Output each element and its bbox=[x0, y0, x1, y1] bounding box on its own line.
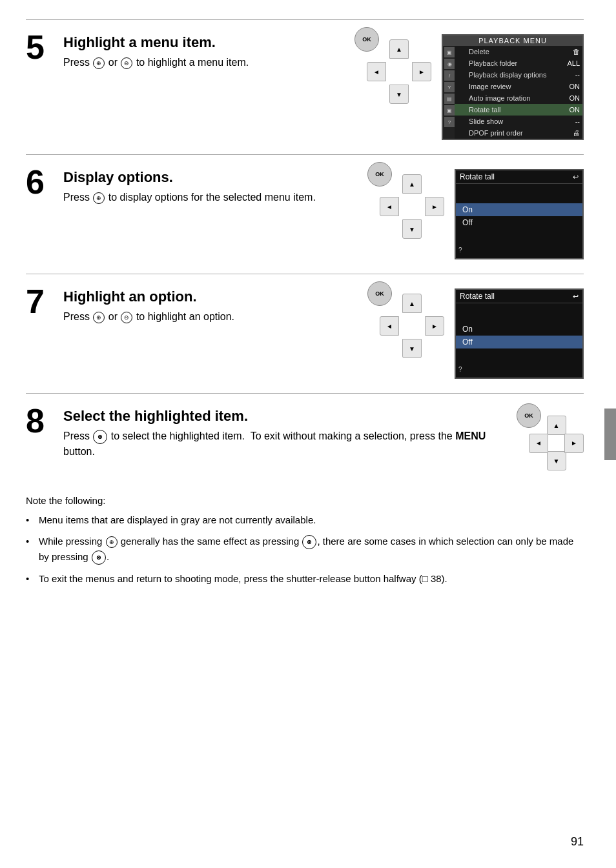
note-intro: Note the following: bbox=[26, 495, 584, 506]
icon-question: ? bbox=[444, 117, 455, 127]
menu-row-folder: Playback folder ALL bbox=[455, 57, 582, 69]
menu-row-rotatetall: Rotate tall ON bbox=[455, 104, 582, 116]
icon-camera: ◉ bbox=[444, 59, 455, 69]
spacer2-6 bbox=[456, 229, 582, 245]
spacer-7 bbox=[456, 303, 582, 323]
note-list: Menu items that are displayed in gray ar… bbox=[26, 512, 584, 587]
step-7-title: Highlight an option. bbox=[63, 288, 367, 305]
icon-bracket: ▣ bbox=[444, 105, 455, 116]
ok-button-8: OK bbox=[517, 403, 541, 428]
dpad-left-6 bbox=[380, 197, 399, 216]
spacer-6 bbox=[456, 184, 582, 203]
step-8-title: Select the highlighted item. bbox=[63, 408, 516, 425]
notes-section: Note the following: Menu items that are … bbox=[26, 485, 584, 587]
dpad-right-6 bbox=[425, 197, 444, 216]
step-7-section: 7 Highlight an option. Press ⊕ or ⊖ to h… bbox=[26, 274, 584, 393]
screen-body-5: ▣ ◉ / Y ▤ ▣ ? Delete 🗑 bbox=[443, 46, 582, 139]
menu-rows: Delete 🗑 Playback folder ALL Playback di… bbox=[455, 46, 582, 139]
step-6-title: Display options. bbox=[63, 169, 367, 186]
dpad-down-7 bbox=[402, 339, 422, 358]
rotate-tall-label-7: Rotate tall bbox=[460, 292, 495, 301]
ok-icon-6: ⊕ bbox=[93, 192, 105, 204]
rotate-tall-screen-6: Rotate tall ↩ On Off ? bbox=[455, 169, 584, 259]
step-5-number: 5 bbox=[26, 30, 50, 64]
menu-row-slideshow: Slide show -- bbox=[455, 116, 582, 127]
camera-screen-5: PLAYBACK MENU ▣ ◉ / Y ▤ ▣ ? bbox=[442, 34, 584, 140]
help-icon-6: ? bbox=[456, 245, 582, 255]
right-tab bbox=[604, 409, 616, 460]
icon-pencil: / bbox=[444, 70, 455, 81]
option-off-7: Off bbox=[456, 336, 582, 348]
note-2: While pressing ⊕ generally has the same … bbox=[26, 534, 584, 565]
page-number: 91 bbox=[571, 835, 584, 849]
dpad-right-7 bbox=[425, 316, 444, 336]
step-8-content: Select the highlighted item. Press ⊗ to … bbox=[63, 408, 516, 459]
step-8-number: 8 bbox=[26, 404, 50, 438]
step-8-section: 8 Select the highlighted item. Press ⊗ t… bbox=[26, 393, 584, 485]
dpad-8: OK bbox=[529, 416, 584, 470]
dpad-left bbox=[367, 62, 386, 81]
menu-row-delete: Delete 🗑 bbox=[455, 46, 582, 57]
step-5-section: 5 Highlight a menu item. Press ⊕ or ⊖ to… bbox=[26, 19, 584, 154]
dpad-6: OK bbox=[380, 174, 444, 239]
step-5-illustration: OK PLAYBACK MENU ▣ ◉ / Y ▤ ▣ ? bbox=[367, 34, 584, 140]
dpad-down bbox=[389, 85, 409, 104]
step-7-illustration: OK Rotate tall ↩ On Off ? bbox=[380, 288, 584, 379]
icon-film: ▤ bbox=[444, 94, 455, 104]
option-on-7: On bbox=[456, 323, 582, 336]
down-icon-7: ⊖ bbox=[121, 312, 132, 323]
up-icon-7: ⊕ bbox=[93, 312, 105, 323]
help-icon-7: ? bbox=[456, 365, 582, 374]
menu-bold: MENU bbox=[455, 430, 486, 441]
ok-icon2-note2: ⊗ bbox=[92, 550, 106, 565]
rotate-tall-label-6: Rotate tall bbox=[460, 172, 495, 181]
step-6-illustration: OK Rotate tall ↩ On Off ? bbox=[380, 169, 584, 259]
dpad-5: OK bbox=[367, 39, 431, 104]
back-btn-6: ↩ bbox=[573, 173, 579, 181]
ok-button-7: OK bbox=[367, 281, 392, 306]
ok-button-5: OK bbox=[354, 27, 379, 52]
rotate-tall-screen-7: Rotate tall ↩ On Off ? bbox=[455, 288, 584, 379]
step-6-section: 6 Display options. Press ⊕ to display op… bbox=[26, 154, 584, 274]
press-icon-note2: ⊕ bbox=[106, 536, 118, 548]
menu-row-autorotation: Auto image rotation ON bbox=[455, 92, 582, 104]
dpad-left-7 bbox=[380, 316, 399, 336]
step-7-number: 7 bbox=[26, 285, 50, 318]
icon-y: Y bbox=[444, 82, 455, 92]
step-5-title: Highlight a menu item. bbox=[63, 34, 354, 51]
dpad-up-7 bbox=[402, 294, 422, 313]
note-1: Menu items that are displayed in gray ar… bbox=[26, 512, 584, 527]
icon-memory: ▣ bbox=[444, 47, 455, 57]
dpad-7: OK bbox=[380, 294, 444, 358]
step-7-body: Press ⊕ or ⊖ to highlight an option. bbox=[63, 309, 367, 325]
screen-header-5: PLAYBACK MENU bbox=[443, 35, 582, 46]
dpad-down-8 bbox=[547, 451, 566, 470]
dpad-down-6 bbox=[402, 219, 422, 239]
menu-row-review: Image review ON bbox=[455, 81, 582, 92]
step-8-body: Press ⊗ to select the highlighted item. … bbox=[63, 429, 516, 459]
option-on-6: On bbox=[456, 203, 582, 216]
menu-row-display: Playback display options -- bbox=[455, 69, 582, 81]
step-8-dpad: OK bbox=[529, 410, 584, 470]
dpad-up-8 bbox=[547, 416, 566, 435]
step-6-content: Display options. Press ⊕ to display opti… bbox=[63, 169, 367, 205]
step-5-body: Press ⊕ or ⊖ to highlight a menu item. bbox=[63, 55, 354, 70]
menu-row-dpof: DPOF print order 🖨 bbox=[455, 127, 582, 139]
step-6-number: 6 bbox=[26, 165, 50, 199]
dpad-up bbox=[389, 39, 409, 59]
playback-menu-screen: PLAYBACK MENU ▣ ◉ / Y ▤ ▣ ? bbox=[442, 34, 584, 140]
step-5-content: Highlight a menu item. Press ⊕ or ⊖ to h… bbox=[63, 34, 354, 70]
up-icon: ⊕ bbox=[93, 57, 105, 69]
note-3: To exit the menus and return to shooting… bbox=[26, 571, 584, 586]
dpad-right-8 bbox=[564, 434, 584, 453]
step-6-body: Press ⊕ to display options for the selec… bbox=[63, 190, 367, 205]
dpad-left-8 bbox=[529, 434, 548, 453]
step-7-content: Highlight an option. Press ⊕ or ⊖ to hig… bbox=[63, 288, 367, 325]
spacer2-7 bbox=[456, 348, 582, 365]
dpad-up-6 bbox=[402, 174, 422, 194]
option-off-6: Off bbox=[456, 216, 582, 229]
rotate-tall-title-7: Rotate tall ↩ bbox=[456, 290, 582, 303]
rotate-tall-title-6: Rotate tall ↩ bbox=[456, 170, 582, 184]
dpad-right bbox=[412, 62, 431, 81]
ok-icon-note2: ⊗ bbox=[302, 535, 316, 549]
